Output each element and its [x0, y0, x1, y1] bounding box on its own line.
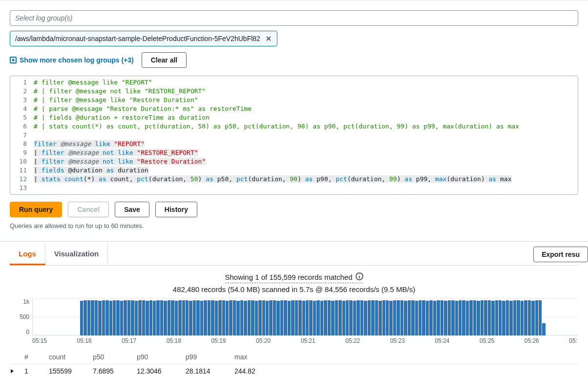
histogram-bar[interactable] [131, 300, 134, 335]
histogram-bar[interactable] [258, 300, 261, 335]
histogram-bar[interactable] [528, 300, 531, 335]
histogram-bar[interactable] [499, 300, 502, 335]
histogram-bar[interactable] [331, 301, 334, 335]
histogram-bar[interactable] [411, 300, 414, 335]
histogram-bar[interactable] [204, 300, 207, 335]
histogram-bar[interactable] [80, 301, 83, 335]
histogram-bar[interactable] [437, 300, 440, 335]
histogram-bar[interactable] [266, 301, 269, 335]
histogram-bar[interactable] [255, 301, 258, 335]
histogram-bar[interactable] [262, 300, 265, 335]
histogram-bar[interactable] [524, 300, 527, 335]
histogram-bar[interactable] [433, 301, 436, 335]
histogram-bar[interactable] [451, 300, 454, 335]
histogram-bar[interactable] [313, 301, 316, 335]
histogram-bar[interactable] [535, 300, 538, 335]
log-group-select[interactable]: Select log group(s) [10, 10, 578, 26]
histogram-bar[interactable] [320, 301, 323, 335]
show-more-log-groups[interactable]: Show more chosen log groups (+3) [10, 56, 134, 64]
histogram-bar[interactable] [233, 300, 236, 335]
histogram-bar[interactable] [135, 301, 138, 335]
histogram-bar[interactable] [288, 301, 291, 335]
histogram-bar[interactable] [276, 301, 279, 335]
histogram-bar[interactable] [295, 300, 298, 335]
run-query-button[interactable]: Run query [10, 202, 62, 217]
histogram-bar[interactable] [495, 300, 498, 335]
histogram-bar[interactable] [353, 301, 356, 335]
histogram-bar[interactable] [87, 300, 90, 335]
histogram-bar[interactable] [378, 301, 381, 335]
query-editor[interactable]: 1# filter @message like "REPORT"2# | fil… [10, 76, 578, 195]
histogram-bar[interactable] [186, 300, 189, 335]
histogram-bar[interactable] [542, 323, 545, 335]
histogram-bar[interactable] [196, 300, 199, 335]
histogram-bar[interactable] [164, 301, 167, 335]
histogram-bar[interactable] [240, 300, 243, 335]
histogram-bar[interactable] [269, 300, 272, 335]
histogram-bar[interactable] [218, 300, 221, 335]
histogram-bar[interactable] [426, 301, 429, 335]
histogram-bar[interactable] [149, 300, 152, 335]
histogram-bar[interactable] [397, 300, 399, 335]
table-row[interactable]: 1 155599 7.6895 12.3046 28.1814 244.82 [10, 364, 578, 375]
histogram-bar[interactable] [215, 301, 218, 335]
histogram-bar[interactable] [113, 300, 116, 335]
histogram-bar[interactable] [448, 300, 451, 335]
histogram-bar[interactable] [120, 301, 123, 335]
histogram-bar[interactable] [124, 300, 126, 335]
histogram-bar[interactable] [171, 300, 174, 335]
histogram-bar[interactable] [342, 301, 345, 335]
histogram-bar[interactable] [142, 300, 145, 335]
histogram-bar[interactable] [298, 300, 301, 335]
histogram-bar[interactable] [386, 300, 389, 335]
tab-visualization[interactable]: Visualization [45, 244, 108, 265]
histogram-bar[interactable] [521, 301, 524, 335]
histogram-bar[interactable] [422, 300, 425, 335]
histogram-bar[interactable] [389, 301, 392, 335]
histogram-bar[interactable] [466, 301, 469, 335]
histogram-bar[interactable] [360, 300, 363, 335]
histogram-bar[interactable] [429, 300, 432, 335]
histogram-bar[interactable] [84, 300, 86, 335]
histogram-bar[interactable] [193, 300, 196, 335]
tab-logs[interactable]: Logs [10, 244, 45, 265]
histogram-bar[interactable] [116, 300, 119, 335]
histogram-bar[interactable] [491, 301, 494, 335]
log-group-chip[interactable]: /aws/lambda/micronaut-snapstart-sample-D… [10, 31, 277, 46]
histogram-bar[interactable] [469, 300, 472, 335]
histogram-bar[interactable] [291, 300, 294, 335]
histogram-bar[interactable] [408, 300, 411, 335]
histogram-bar[interactable] [146, 301, 148, 335]
histogram-bar[interactable] [473, 300, 476, 335]
histogram-bar[interactable] [338, 300, 341, 335]
histogram-bar[interactable] [481, 300, 483, 335]
expand-row-icon[interactable] [10, 367, 24, 375]
histogram-bar[interactable] [102, 300, 105, 335]
histogram-bar[interactable] [284, 300, 287, 335]
histogram-bar[interactable] [455, 301, 458, 335]
close-icon[interactable] [264, 34, 273, 43]
histogram-bar[interactable] [328, 300, 331, 335]
histogram-bar[interactable] [462, 300, 465, 335]
histogram-bar[interactable] [182, 300, 185, 335]
histogram-bar[interactable] [138, 300, 141, 335]
histogram-bar[interactable] [484, 300, 487, 335]
clear-all-button[interactable]: Clear all [142, 52, 187, 68]
histogram-bar[interactable] [371, 300, 374, 335]
histogram-bar[interactable] [156, 300, 159, 335]
histogram-bar[interactable] [153, 301, 156, 335]
histogram-bar[interactable] [404, 301, 407, 335]
histogram-bar[interactable] [189, 301, 192, 335]
histogram-bar[interactable] [160, 300, 163, 335]
save-button[interactable]: Save [115, 202, 149, 217]
histogram-bar[interactable] [273, 300, 276, 335]
histogram-bar[interactable] [280, 300, 283, 335]
histogram-bar[interactable] [477, 301, 480, 335]
histogram-bar[interactable] [509, 301, 512, 335]
histogram-bar[interactable] [393, 300, 396, 335]
histogram-bar[interactable] [316, 300, 319, 335]
history-button[interactable]: History [155, 202, 197, 217]
histogram-bar[interactable] [95, 300, 98, 335]
export-results-button[interactable]: Export resu [533, 247, 588, 262]
histogram-bar[interactable] [346, 300, 349, 335]
